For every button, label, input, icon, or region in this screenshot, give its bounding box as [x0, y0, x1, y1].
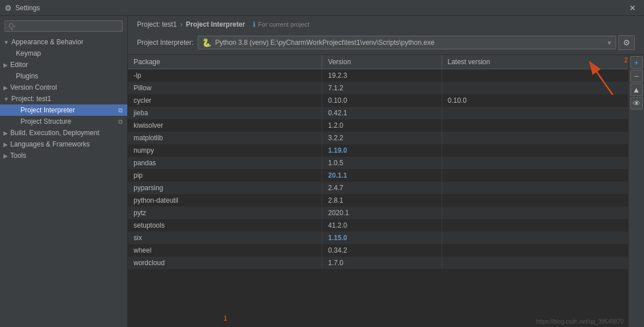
- sidebar-item-tools[interactable]: ▶Tools: [0, 150, 127, 161]
- sidebar-item-appearance-behavior[interactable]: ▼Appearance & Behavior: [0, 36, 127, 48]
- table-row[interactable]: matplotlib3.2.2: [128, 132, 628, 144]
- search-input[interactable]: [9, 22, 119, 30]
- sidebar-item-languages-frameworks[interactable]: ▶Languages & Frameworks: [0, 139, 127, 150]
- sidebar-item-project-structure[interactable]: Project Structure⧉: [0, 116, 127, 127]
- table-row[interactable]: six1.15.0: [128, 232, 628, 244]
- expand-arrow-icon: ▶: [3, 141, 8, 148]
- sidebar-item-editor[interactable]: ▶Editor: [0, 59, 127, 70]
- table-row[interactable]: wordcloud1.7.0: [128, 257, 628, 269]
- remove-package-button[interactable]: −: [630, 70, 643, 82]
- table-row[interactable]: numpy1.19.0: [128, 144, 628, 157]
- for-current-label: For current project: [258, 21, 309, 28]
- packages-table: Package Version Latest version -ip19.2.3…: [128, 55, 628, 269]
- table-row[interactable]: pytz2020.1: [128, 207, 628, 219]
- sidebar-item-label: Editor: [10, 61, 28, 69]
- table-row[interactable]: cycler0.10.00.10.0: [128, 94, 628, 107]
- settings-icon: ⚙: [5, 3, 12, 12]
- package-name: jieba: [128, 107, 322, 119]
- table-row[interactable]: -ip19.2.3: [128, 69, 628, 82]
- sidebar-item-label: Plugins: [16, 72, 38, 80]
- eye-button[interactable]: 👁: [630, 97, 643, 110]
- table-row[interactable]: wheel0.34.2: [128, 244, 628, 257]
- package-version: 1.7.0: [322, 257, 442, 269]
- sidebar-item-project-interpreter[interactable]: Project Interpreter⧉: [0, 104, 127, 116]
- interpreter-label: Project Interpreter:: [137, 39, 193, 47]
- sidebar-item-label: Version Control: [10, 83, 57, 91]
- package-version: 0.34.2: [322, 244, 442, 257]
- sidebar-item-build-exec[interactable]: ▶Build, Execution, Deployment: [0, 127, 127, 139]
- sidebar-item-keymap[interactable]: Keymap: [0, 48, 127, 59]
- add-package-button[interactable]: +: [630, 56, 643, 69]
- main-container: ▼Appearance & BehaviorKeymap▶EditorPlugi…: [0, 16, 644, 327]
- package-name: wheel: [128, 244, 322, 257]
- package-name: python-dateutil: [128, 194, 322, 207]
- latest-version: [442, 232, 628, 244]
- python-icon: 🐍: [202, 38, 211, 47]
- latest-version: [442, 82, 628, 94]
- table-row[interactable]: pip20.1.1: [128, 169, 628, 182]
- package-version: 2.4.7: [322, 182, 442, 194]
- breadcrumb-separator: ›: [180, 20, 182, 28]
- gear-button[interactable]: ⚙: [618, 35, 635, 50]
- latest-version: [442, 169, 628, 182]
- sidebar-item-label: Project: test1: [11, 95, 51, 103]
- table-row[interactable]: kiwisolver1.2.0: [128, 119, 628, 132]
- latest-version: [442, 219, 628, 232]
- col-latest: Latest version: [442, 55, 628, 69]
- package-name: numpy: [128, 144, 322, 157]
- package-name: pandas: [128, 157, 322, 169]
- package-version: 7.1.2: [322, 82, 442, 94]
- sidebar-item-version-control[interactable]: ▶Version Control: [0, 82, 127, 93]
- sidebar-item-label: Tools: [10, 152, 26, 160]
- package-name: pip: [128, 169, 322, 182]
- search-box[interactable]: [5, 20, 123, 32]
- table-row[interactable]: pandas1.0.5: [128, 157, 628, 169]
- scroll-up-button[interactable]: ▲: [630, 83, 643, 96]
- copy-icon[interactable]: ⧉: [118, 107, 123, 114]
- package-version: 2020.1: [322, 207, 442, 219]
- breadcrumb-current: Project Interpreter: [186, 20, 245, 28]
- expand-arrow-icon: ▼: [3, 39, 9, 45]
- latest-version: [442, 157, 628, 169]
- package-name: Pillow: [128, 82, 322, 94]
- breadcrumb: Project: test1 › Project Interpreter ℹ F…: [137, 20, 635, 28]
- dropdown-arrow-icon: ▼: [606, 40, 612, 46]
- latest-version: [442, 119, 628, 132]
- expand-arrow-icon: ▶: [3, 85, 8, 91]
- info-icon: ℹ: [253, 20, 256, 28]
- latest-version: [442, 244, 628, 257]
- package-version: 3.2.2: [322, 132, 442, 144]
- expand-arrow-icon: ▶: [3, 153, 8, 159]
- latest-version: [442, 207, 628, 219]
- copy-icon[interactable]: ⧉: [118, 118, 123, 125]
- latest-version: [442, 107, 628, 119]
- content-header: Project: test1 › Project Interpreter ℹ F…: [128, 16, 644, 55]
- package-version: 1.19.0: [322, 144, 442, 157]
- package-version: 0.10.0: [322, 94, 442, 107]
- side-buttons: + − ▲ 👁: [628, 55, 644, 327]
- package-name: matplotlib: [128, 132, 322, 144]
- package-name: six: [128, 232, 322, 244]
- col-version: Version: [322, 55, 442, 69]
- latest-version: [442, 257, 628, 269]
- package-name: wordcloud: [128, 257, 322, 269]
- table-row[interactable]: python-dateutil2.8.1: [128, 194, 628, 207]
- table-area: Package Version Latest version -ip19.2.3…: [128, 55, 644, 327]
- content-area: Project: test1 › Project Interpreter ℹ F…: [128, 16, 644, 327]
- sidebar: ▼Appearance & BehaviorKeymap▶EditorPlugi…: [0, 16, 128, 327]
- close-button[interactable]: ✕: [626, 2, 639, 14]
- table-container[interactable]: Package Version Latest version -ip19.2.3…: [128, 55, 628, 327]
- interpreter-select[interactable]: 🐍 Python 3.8 (venv) E:\pyCharmWorkProjec…: [198, 36, 616, 49]
- table-row[interactable]: setuptools41.2.0: [128, 219, 628, 232]
- package-version: 1.0.5: [322, 157, 442, 169]
- sidebar-item-plugins[interactable]: Plugins: [0, 70, 127, 82]
- sidebar-item-project-test1[interactable]: ▼Project: test1: [0, 93, 127, 104]
- package-name: pyparsing: [128, 182, 322, 194]
- latest-version: [442, 69, 628, 82]
- title-bar: ⚙ Settings ✕: [0, 0, 644, 16]
- table-row[interactable]: jieba0.42.1: [128, 107, 628, 119]
- package-version: 2.8.1: [322, 194, 442, 207]
- table-row[interactable]: Pillow7.1.2: [128, 82, 628, 94]
- for-current-project: ℹ For current project: [253, 20, 309, 28]
- table-row[interactable]: pyparsing2.4.7: [128, 182, 628, 194]
